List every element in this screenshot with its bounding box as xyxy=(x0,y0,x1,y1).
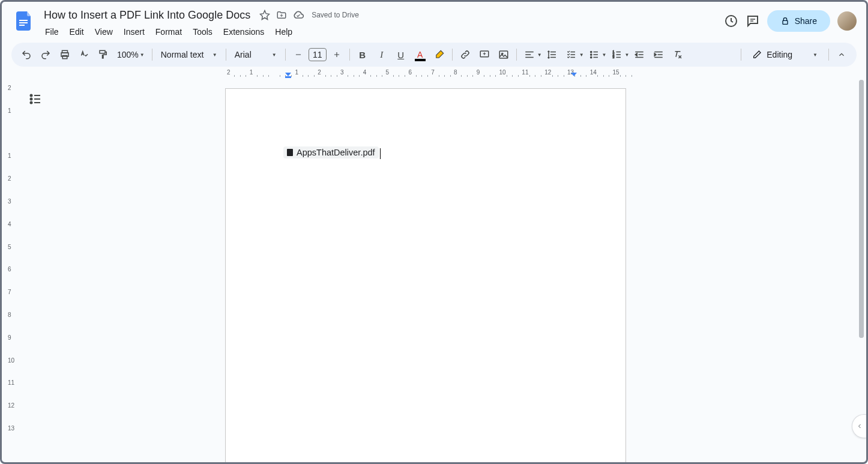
paint-format-button[interactable] xyxy=(94,46,112,64)
content-area: 2112345678910111213 AppsThatDeliver.pdf xyxy=(2,80,866,462)
chevron-down-icon: ▼ xyxy=(212,52,217,58)
editing-mode-select[interactable]: Editing ▼ xyxy=(745,50,825,59)
bulleted-list-button[interactable]: ▼ xyxy=(585,46,607,64)
italic-button[interactable]: I xyxy=(373,46,391,64)
chevron-down-icon: ▼ xyxy=(140,52,145,58)
star-icon[interactable] xyxy=(259,9,271,21)
cloud-saved-icon[interactable] xyxy=(292,9,304,21)
saved-status-text: Saved to Drive xyxy=(312,11,359,19)
svg-rect-0 xyxy=(19,20,28,21)
move-icon[interactable] xyxy=(276,9,288,21)
zoom-select[interactable]: 100% ▼ xyxy=(113,50,148,59)
separator xyxy=(349,49,350,61)
svg-rect-2 xyxy=(19,25,25,26)
align-button[interactable]: ▼ xyxy=(520,46,542,64)
pdf-link-chip[interactable]: AppsThatDeliver.pdf xyxy=(283,146,379,158)
pencil-icon xyxy=(752,50,762,59)
clear-formatting-button[interactable] xyxy=(669,46,687,64)
font-value: Arial xyxy=(235,50,252,59)
menu-format[interactable]: Format xyxy=(151,25,187,39)
font-select[interactable]: Arial ▼ xyxy=(230,50,282,59)
docs-logo[interactable] xyxy=(11,9,35,33)
toolbar-container: 100% ▼ Normal text ▼ Arial ▼ B I U A xyxy=(2,40,866,67)
separator xyxy=(452,49,453,61)
insert-image-button[interactable] xyxy=(495,46,513,64)
insert-link-button[interactable] xyxy=(456,46,474,64)
share-label: Share xyxy=(795,16,817,26)
chevron-down-icon: ▼ xyxy=(579,52,584,58)
line-spacing-button[interactable] xyxy=(543,46,561,64)
separator xyxy=(285,49,286,61)
increase-font-button[interactable] xyxy=(328,46,346,64)
font-size-group xyxy=(289,46,346,64)
header-right: Share xyxy=(724,10,857,32)
title-area: How to Insert a PDF Link Into Google Doc… xyxy=(40,7,719,39)
text-color-button[interactable]: A xyxy=(411,46,429,64)
horizontal-ruler[interactable]: 21123456789101112131415 xyxy=(25,69,857,79)
comments-icon[interactable] xyxy=(746,14,760,28)
separator xyxy=(741,49,741,61)
decrease-indent-button[interactable] xyxy=(630,46,648,64)
redo-button[interactable] xyxy=(37,46,55,64)
separator xyxy=(516,49,517,61)
chevron-down-icon: ▼ xyxy=(537,52,542,58)
document-page[interactable]: AppsThatDeliver.pdf xyxy=(225,88,626,462)
insert-comment-button[interactable] xyxy=(475,46,493,64)
separator xyxy=(152,49,152,61)
text-cursor xyxy=(380,148,381,159)
svg-rect-8 xyxy=(100,50,105,53)
svg-rect-4 xyxy=(783,20,788,24)
numbered-list-button[interactable]: 123 ▼ xyxy=(608,46,630,64)
zoom-value: 100% xyxy=(117,50,139,59)
increase-indent-button[interactable] xyxy=(649,46,668,64)
decrease-font-button[interactable] xyxy=(289,46,307,64)
toolbar: 100% ▼ Normal text ▼ Arial ▼ B I U A xyxy=(11,43,857,67)
menu-view[interactable]: View xyxy=(90,25,118,39)
highlight-button[interactable] xyxy=(430,46,448,64)
paragraph-style-select[interactable]: Normal text ▼ xyxy=(156,50,222,59)
left-indent-marker[interactable] xyxy=(285,73,291,79)
title-row: How to Insert a PDF Link Into Google Doc… xyxy=(40,7,719,23)
header-bar: How to Insert a PDF Link Into Google Doc… xyxy=(2,2,866,40)
svg-point-14 xyxy=(590,56,591,58)
chevron-down-icon: ▼ xyxy=(625,52,630,58)
vertical-ruler[interactable]: 2112345678910111213 xyxy=(7,80,16,462)
svg-text:3: 3 xyxy=(612,55,614,59)
page-area: AppsThatDeliver.pdf xyxy=(16,80,866,462)
file-icon xyxy=(287,149,293,156)
undo-button[interactable] xyxy=(17,46,35,64)
lock-icon xyxy=(780,16,790,26)
vertical-scrollbar[interactable] xyxy=(859,80,864,338)
menu-edit[interactable]: Edit xyxy=(65,25,89,39)
history-icon[interactable] xyxy=(724,14,738,28)
document-title[interactable]: How to Insert a PDF Link Into Google Doc… xyxy=(40,8,254,23)
user-avatar[interactable] xyxy=(837,11,857,31)
menu-tools[interactable]: Tools xyxy=(188,25,217,39)
share-button[interactable]: Share xyxy=(767,10,830,32)
spellcheck-button[interactable] xyxy=(75,46,93,64)
svg-rect-1 xyxy=(19,22,28,23)
chevron-down-icon: ▼ xyxy=(813,52,818,58)
checklist-button[interactable]: ▼ xyxy=(562,46,584,64)
bold-button[interactable]: B xyxy=(354,46,372,64)
menu-file[interactable]: File xyxy=(40,25,64,39)
right-indent-marker[interactable] xyxy=(571,73,577,79)
collapse-toolbar-button[interactable] xyxy=(833,46,851,64)
menu-help[interactable]: Help xyxy=(270,25,297,39)
mode-label: Editing xyxy=(767,50,792,59)
menu-insert[interactable]: Insert xyxy=(119,25,149,39)
page-content[interactable]: AppsThatDeliver.pdf xyxy=(226,89,625,217)
scrollbar-thumb[interactable] xyxy=(859,80,864,338)
chevron-down-icon: ▼ xyxy=(602,52,607,58)
svg-rect-18 xyxy=(285,76,291,78)
chevron-down-icon: ▼ xyxy=(272,52,277,58)
separator xyxy=(226,49,226,61)
pdf-chip-text: AppsThatDeliver.pdf xyxy=(297,148,375,157)
style-value: Normal text xyxy=(161,50,204,59)
underline-button[interactable]: U xyxy=(392,46,410,64)
font-size-input[interactable] xyxy=(309,48,327,61)
print-button[interactable] xyxy=(56,46,74,64)
svg-point-12 xyxy=(590,51,591,52)
menu-extensions[interactable]: Extensions xyxy=(219,25,269,39)
separator xyxy=(828,49,829,61)
